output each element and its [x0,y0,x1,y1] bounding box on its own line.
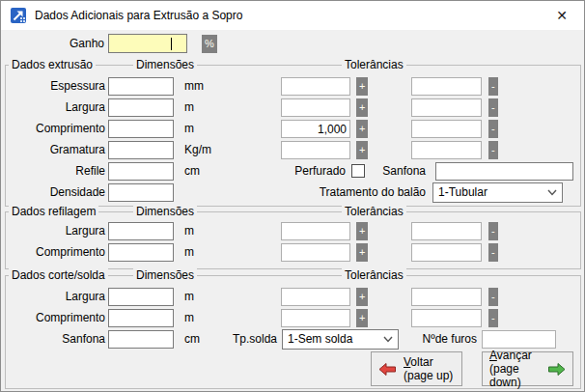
corte-comprimento-tol-minus-input[interactable] [411,309,482,327]
plus-badge: + [356,98,368,117]
comprimento-tol-minus-input[interactable] [411,120,482,138]
tratamento-balao-value: 1-Tubular [438,185,488,199]
dialog-dados-adicionais: Dados Adicionais para Extrusão a Sopro ✕… [0,0,585,392]
group-title: Dados corte/solda [9,268,108,283]
perfurado-label: Perfurado [249,162,346,181]
chevron-down-icon [547,189,557,196]
refile-label: Refile [8,162,105,181]
comprimento-label: Comprimento [8,120,105,138]
n-furos-label: Nºde furos [382,330,477,349]
group-dados-refilagem: Dados refilagem Dimensões Tolerâncias La… [5,211,581,269]
plus-badge: + [356,141,368,159]
percent-badge: % [202,35,217,53]
voltar-button[interactable]: Voltar (page up) [371,351,462,386]
plus-badge: + [356,288,368,306]
largura-tol-minus-input[interactable] [411,98,482,117]
corte-largura-label: Largura [8,288,105,306]
minus-badge: - [488,77,498,96]
comprimento-tol-plus-input[interactable] [281,120,350,138]
corte-comprimento-unit-label: m [184,309,194,327]
arrow-left-icon [378,362,397,377]
refilagem-comprimento-unit-label: m [184,243,194,262]
refilagem-largura-tol-plus-input[interactable] [281,222,350,240]
minus-badge: - [488,120,498,138]
column-header-dimensoes: Dimensões [133,58,197,72]
densidade-input[interactable] [108,183,174,202]
close-button[interactable]: ✕ [551,5,572,26]
avancar-label: Avançar [489,349,541,362]
group-title: Dados refilagem [9,205,98,219]
refilagem-largura-tol-minus-input[interactable] [411,222,482,240]
espessura-input[interactable] [108,77,174,96]
avancar-sublabel: (page down) [489,362,541,389]
group-title: Dados extrusão [9,58,96,72]
tratamento-balao-combo[interactable]: 1-Tubular [432,182,563,203]
refile-unit-label: cm [184,162,200,181]
gramatura-label: Gramatura [8,141,105,159]
plus-badge: + [356,222,368,240]
espessura-label: Espessura [8,77,105,96]
column-header-tolerancias: Tolerâncias [342,205,406,219]
avancar-button-text: Avançar (page down) [489,349,541,389]
sanfona-input[interactable] [435,162,573,181]
n-furos-input[interactable] [482,330,556,349]
corte-comprimento-input[interactable] [108,309,174,327]
column-header-tolerancias: Tolerâncias [342,58,406,72]
refilagem-largura-label: Largura [8,222,105,240]
gramatura-tol-minus-input[interactable] [411,141,482,159]
arrow-right-icon [547,362,566,377]
gramatura-tol-plus-input[interactable] [281,141,350,159]
plus-badge: + [356,309,368,327]
refilagem-comprimento-tol-minus-input[interactable] [411,243,482,262]
ganho-input[interactable] [108,34,187,53]
corte-largura-tol-plus-input[interactable] [281,288,350,306]
plus-badge: + [356,77,368,96]
corte-largura-tol-minus-input[interactable] [411,288,482,306]
gramatura-unit-label: Kg/m [184,141,211,159]
gramatura-input[interactable] [108,141,174,159]
avancar-button[interactable]: Avançar (page down) [482,351,573,386]
app-icon [11,8,26,23]
espessura-tol-plus-input[interactable] [281,77,350,96]
minus-badge: - [488,98,498,117]
tp-solda-combo[interactable]: 1-Sem solda [282,329,399,350]
ganho-label: Ganho [30,35,104,53]
largura-label: Largura [8,98,105,117]
tratamento-balao-label: Tratamento do balão [242,183,426,202]
titlebar: Dados Adicionais para Extrusão a Sopro ✕ [1,1,584,30]
corte-largura-input[interactable] [108,288,174,306]
minus-badge: - [488,309,498,327]
close-icon: ✕ [556,8,568,23]
espessura-tol-minus-input[interactable] [411,77,482,96]
corte-comprimento-tol-plus-input[interactable] [281,309,350,327]
refilagem-largura-input[interactable] [108,222,174,240]
plus-badge: + [356,120,368,138]
densidade-label: Densidade [8,183,105,202]
minus-badge: - [488,288,498,306]
comprimento-unit-label: m [184,120,194,138]
column-header-dimensoes: Dimensões [133,268,197,283]
refile-input[interactable] [108,162,174,181]
tp-solda-value: 1-Sem solda [288,332,352,346]
minus-badge: - [488,243,498,262]
espessura-unit-label: mm [184,77,204,96]
largura-input[interactable] [108,98,174,117]
corte-comprimento-label: Comprimento [8,309,105,327]
plus-badge: + [356,243,368,262]
voltar-button-text: Voltar (page up) [404,355,453,382]
text-caret [171,38,172,50]
refilagem-comprimento-tol-plus-input[interactable] [281,243,350,262]
refilagem-comprimento-input[interactable] [108,243,174,262]
tp-solda-label: Tp.solda [181,330,277,349]
comprimento-input[interactable] [108,120,174,138]
voltar-label: Voltar [404,355,453,369]
corte-largura-unit-label: m [184,288,194,306]
corte-sanfona-label: Sanfona [8,330,105,349]
window-title: Dados Adicionais para Extrusão a Sopro [35,9,242,22]
column-header-tolerancias: Tolerâncias [342,268,406,283]
largura-tol-plus-input[interactable] [281,98,350,117]
voltar-sublabel: (page up) [404,369,453,382]
minus-badge: - [488,222,498,240]
minus-badge: - [488,141,498,159]
corte-sanfona-input[interactable] [108,330,174,349]
